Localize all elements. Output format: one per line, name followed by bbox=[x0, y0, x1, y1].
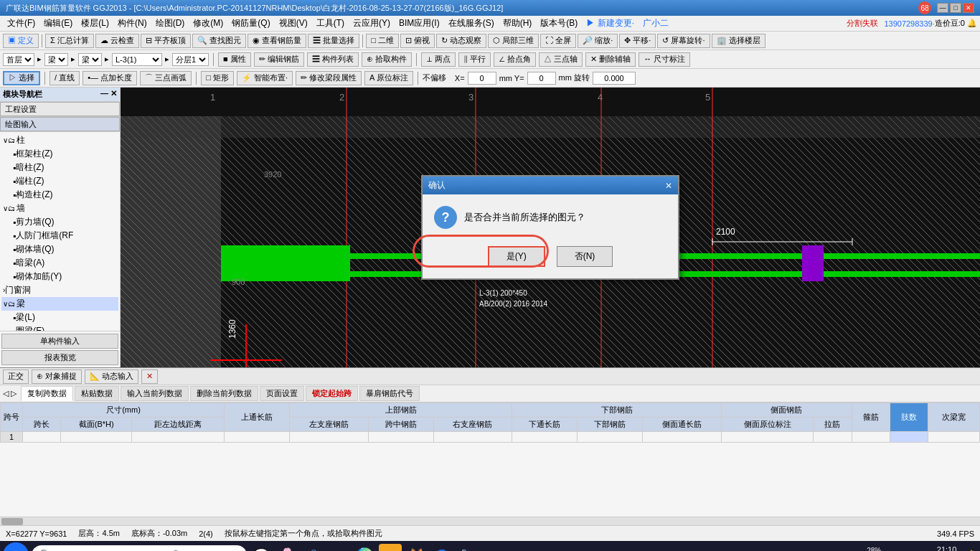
tab-copy-span[interactable]: 复制跨数据 bbox=[21, 386, 73, 401]
tb-point-extend[interactable]: •— 点加长度 bbox=[83, 71, 137, 85]
tab-lock-span[interactable]: 锁定起始跨 bbox=[306, 386, 358, 401]
tb-pick[interactable]: ⊕ 拾取构件 bbox=[362, 52, 412, 67]
menu-help[interactable]: 帮助(H) bbox=[499, 16, 537, 31]
coord-r-input[interactable] bbox=[593, 72, 636, 85]
tb-calculate[interactable]: Σ 汇总计算 bbox=[45, 34, 94, 48]
tab-shoulder-rebar[interactable]: 暴肩钢筋代号 bbox=[359, 386, 420, 401]
layer-select[interactable]: 分层1 bbox=[172, 53, 209, 66]
element-select[interactable]: 梁 bbox=[78, 53, 102, 66]
tree-masonry-wall[interactable]: ▪ 砌体墙(Q) bbox=[1, 242, 118, 256]
tree-shear-wall[interactable]: ▪ 剪力墙(Q) bbox=[1, 215, 118, 229]
cell-left-support[interactable] bbox=[289, 432, 368, 443]
tb-2d[interactable]: □ 二维 bbox=[366, 34, 399, 48]
id-select[interactable]: L-3(1) bbox=[112, 53, 162, 66]
cell-mid-span[interactable] bbox=[368, 432, 433, 443]
menu-bim[interactable]: BIM应用(I) bbox=[395, 16, 444, 31]
tb-define[interactable]: ▣ 定义 bbox=[3, 34, 39, 48]
cell-sec-width[interactable] bbox=[928, 432, 979, 443]
tree-column[interactable]: ∨ 🗂 柱 bbox=[1, 133, 118, 147]
tb-inplace-mark[interactable]: A 原位标注 bbox=[364, 71, 413, 85]
column-toggle[interactable]: ∨ bbox=[3, 136, 8, 144]
horizontal-scrollbar[interactable] bbox=[0, 517, 980, 525]
taskbar-app5[interactable]: 📁 bbox=[379, 544, 402, 551]
cell-edge-dist[interactable] bbox=[132, 432, 225, 443]
cell-section[interactable] bbox=[61, 432, 132, 443]
tb-plan[interactable]: ⊡ 俯视 bbox=[400, 34, 435, 48]
taskbar-app2[interactable]: ℰ bbox=[301, 544, 324, 551]
tb-component-list[interactable]: ☰ 构件列表 bbox=[307, 52, 359, 67]
drawing-input[interactable]: 绘图输入 bbox=[0, 117, 120, 131]
cell-bot-bar[interactable] bbox=[578, 432, 643, 443]
wall-toggle[interactable]: ∨ bbox=[3, 204, 8, 212]
tb-align-slab[interactable]: ⊟ 平齐板顶 bbox=[141, 34, 191, 48]
single-component-btn[interactable]: 单构件输入 bbox=[1, 334, 118, 349]
tb-del-aux[interactable]: ✕ 删除辅轴 bbox=[585, 52, 636, 67]
menu-file[interactable]: 文件(F) bbox=[3, 16, 39, 31]
cell-span-len[interactable] bbox=[23, 432, 61, 443]
dialog-close-icon[interactable]: ✕ bbox=[665, 181, 672, 191]
tree-door-window[interactable]: › 门窗洞 bbox=[1, 283, 118, 297]
tb-batch-select[interactable]: ☰ 批量选择 bbox=[308, 34, 359, 48]
tree-beam[interactable]: ∨ 🗂 梁 bbox=[1, 297, 118, 311]
cell-bot-cont[interactable] bbox=[512, 432, 578, 443]
menu-modify[interactable]: 修改(M) bbox=[189, 16, 227, 31]
tree-ring-beam[interactable]: ▪ 圈梁(E) bbox=[1, 324, 118, 331]
tb-parallel[interactable]: ∥ 平行 bbox=[458, 52, 491, 67]
tb-local3d[interactable]: ⬡ 局部三维 bbox=[488, 34, 539, 48]
tree-masonry-rebar[interactable]: ▪ 砌体加筋(Y) bbox=[1, 270, 118, 283]
menu-component[interactable]: 构件(N) bbox=[113, 16, 151, 31]
tb-dynamic-input[interactable]: 📐 动态输入 bbox=[85, 369, 138, 384]
taskbar-app3[interactable]: ℊ bbox=[327, 544, 350, 551]
tb-close-draw[interactable]: ✕ bbox=[141, 369, 158, 384]
tb-orthogonal[interactable]: 正交 bbox=[3, 369, 29, 384]
tb-find[interactable]: 🔍 查找图元 bbox=[192, 34, 246, 48]
cell-stirrup[interactable] bbox=[852, 432, 890, 443]
tb-floor-select[interactable]: 🏢 选择楼层 bbox=[712, 34, 765, 48]
menu-tools[interactable]: 工具(T) bbox=[312, 16, 349, 31]
menu-service[interactable]: 在线服务(S) bbox=[444, 16, 499, 31]
tb-fullscreen[interactable]: ⛶ 全屏 bbox=[540, 34, 576, 48]
cell-right-support[interactable] bbox=[433, 432, 512, 443]
panel-controls[interactable]: — ✕ bbox=[100, 89, 117, 100]
scrollbar-thumb[interactable] bbox=[1, 518, 23, 525]
tree-end-column[interactable]: ▪ 端柱(Z) bbox=[1, 174, 118, 188]
cell-top-cont[interactable] bbox=[225, 432, 290, 443]
tb-dim[interactable]: ↔ 尺寸标注 bbox=[639, 52, 690, 67]
menu-floor[interactable]: 楼层(L) bbox=[77, 16, 113, 31]
tb-arc[interactable]: ⌒ 三点画弧 bbox=[140, 71, 192, 85]
start-button[interactable]: ⊞ bbox=[3, 542, 29, 551]
tb-rotate[interactable]: ↺ 屏幕旋转· bbox=[657, 34, 710, 48]
tb-zoom[interactable]: 🔎 缩放· bbox=[578, 34, 618, 48]
tb-three-axis[interactable]: △ 三点轴 bbox=[539, 52, 583, 67]
close-button[interactable]: ✕ bbox=[963, 3, 974, 13]
tb-dynamic[interactable]: ↻ 动态观察 bbox=[436, 34, 486, 48]
tb-cloud-check[interactable]: ☁ 云检查 bbox=[95, 34, 139, 48]
cell-tie[interactable] bbox=[814, 432, 852, 443]
tree-wall[interactable]: ∨ 🗂 墙 bbox=[1, 202, 118, 215]
cell-legs[interactable] bbox=[890, 432, 928, 443]
menu-version[interactable]: 版本号(B) bbox=[536, 16, 582, 31]
tree-frame-column[interactable]: ▪ 框架柱(Z) bbox=[1, 147, 118, 161]
tree-const-column[interactable]: ▪ 构造柱(Z) bbox=[1, 188, 118, 202]
tree-dark-beam[interactable]: ▪ 暗梁(A) bbox=[1, 256, 118, 270]
engineering-settings[interactable]: 工程设置 bbox=[0, 102, 120, 116]
tb-edit-rebar[interactable]: ✏ 编辑钢筋 bbox=[254, 52, 304, 67]
taskbar-app1[interactable]: 🌸 bbox=[275, 544, 298, 551]
tab-paste[interactable]: 粘贴数据 bbox=[75, 386, 119, 401]
tb-modify-segment[interactable]: ✏ 修改梁段属性 bbox=[296, 71, 362, 85]
cell-side-cont[interactable] bbox=[643, 432, 722, 443]
task-view-icon[interactable]: 💬 bbox=[250, 544, 273, 551]
menu-rebar[interactable]: 钢筋量(Q) bbox=[227, 16, 274, 31]
beam-toggle[interactable]: ∨ bbox=[3, 300, 8, 308]
menu-edit[interactable]: 编辑(E) bbox=[39, 16, 77, 31]
tb-rect[interactable]: □ 矩形 bbox=[201, 71, 234, 85]
menu-gxe[interactable]: 广小二 bbox=[639, 16, 673, 31]
taskbar-app8[interactable]: 📎 bbox=[456, 544, 479, 551]
taskbar-app7[interactable]: G bbox=[430, 544, 453, 551]
menu-newchange[interactable]: ▶ 新建变更· bbox=[582, 16, 639, 31]
tab-delete-col[interactable]: 删除当前列数据 bbox=[190, 386, 258, 401]
minimize-button[interactable]: — bbox=[937, 3, 948, 13]
tb-snap[interactable]: ⊕ 对象捕捉 bbox=[32, 369, 82, 384]
tb-smart-layout[interactable]: ⚡ 智能布置· bbox=[237, 71, 293, 85]
cell-side-inplace[interactable] bbox=[721, 432, 814, 443]
